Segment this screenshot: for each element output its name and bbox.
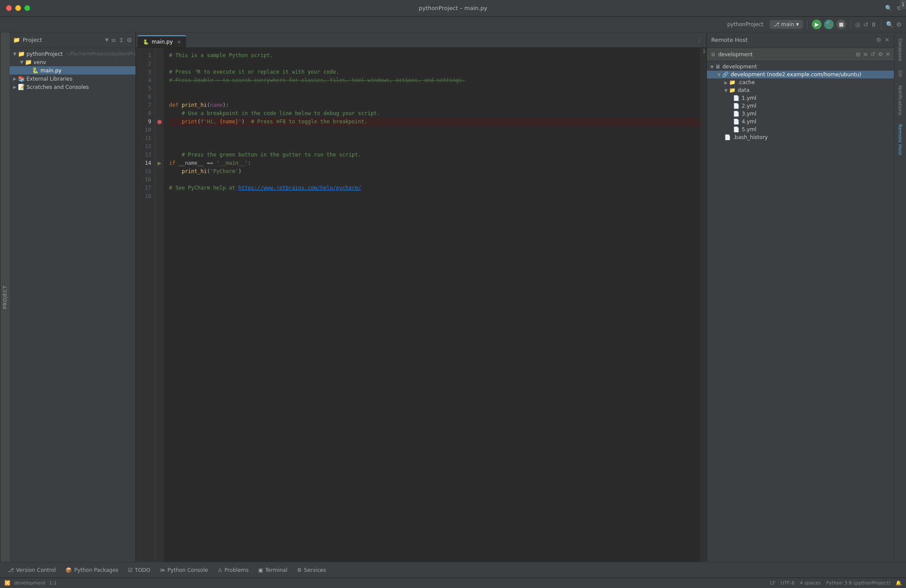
rtree-item-cache[interactable]: ▶ 📁 .cache: [707, 78, 894, 86]
coverage-icon[interactable]: ◎: [855, 21, 860, 28]
expand-icon[interactable]: ⊞: [856, 51, 861, 58]
tree-item-external-libraries[interactable]: ▶ 📚 External Libraries: [10, 75, 136, 83]
run-button[interactable]: ▶: [812, 20, 821, 29]
status-left: 🔀 development 1:1: [4, 580, 60, 586]
find-icon[interactable]: 🔍: [886, 21, 893, 28]
status-branch[interactable]: development: [14, 580, 46, 586]
code-line-2: [169, 60, 700, 68]
gear-icon[interactable]: ⚙: [126, 37, 132, 44]
tree-item-scratches[interactable]: ▶ 📝 Scratches and Consoles: [10, 83, 136, 91]
remote-collapse-icon[interactable]: ✕: [885, 37, 889, 43]
tab-menu-icon[interactable]: ⋮: [696, 37, 702, 43]
gutter-line-9[interactable]: [155, 118, 164, 126]
sidebar-tab-notifications[interactable]: Notifications: [896, 81, 904, 120]
tab-close-icon[interactable]: ✕: [177, 40, 181, 44]
line-num-16: 16: [136, 176, 151, 184]
tree-item-pythonproject[interactable]: ▼ 📁 pythonProject ~/PycharmProjects/pyth…: [10, 50, 136, 58]
btab-services[interactable]: ⚙ Services: [293, 565, 330, 575]
rtree-item-development-connection[interactable]: ▼ 🔗 development (node2.example.com/home/…: [707, 71, 894, 78]
btab-version-control[interactable]: ⎇ Version Control: [3, 565, 60, 575]
tree-item-mainpy[interactable]: ▶ 🐍 main.py: [10, 66, 136, 75]
code-editor[interactable]: # This is a sample Python script. # Pres…: [164, 48, 700, 562]
status-position[interactable]: 1:1: [49, 580, 57, 586]
line-num-10: 10: [136, 126, 151, 134]
btab-todo[interactable]: ☑ TODO: [124, 565, 155, 575]
tree-item-label: venv: [34, 59, 46, 65]
stop-button[interactable]: ■: [836, 20, 846, 29]
jetbrains-help-link[interactable]: https://www.jetbrains.com/help/pycharm/: [238, 184, 361, 192]
code-line-11: [169, 134, 700, 143]
code-line-17: # See PyCharm help at https://www.jetbra…: [169, 184, 700, 192]
btab-problems[interactable]: ⚠ Problems: [213, 565, 253, 575]
scrollbar[interactable]: 1: [700, 48, 706, 562]
sidebar-tab-git[interactable]: Git: [896, 66, 904, 82]
expand-arrow: ▼: [724, 88, 728, 93]
sidebar-tab-database[interactable]: Database: [896, 34, 904, 66]
project-sidebar-label[interactable]: Project: [0, 32, 10, 562]
pause-icon[interactable]: ⏸: [871, 21, 877, 28]
rtree-item-bash-history[interactable]: 📄 .bash_history: [707, 133, 894, 141]
sidebar-tab-remote-host[interactable]: Remote Host: [896, 120, 904, 160]
line-num-13: 13: [136, 151, 151, 159]
gutter-line-8: [155, 109, 164, 118]
console-icon: ≫: [160, 567, 166, 573]
gutter-line-14[interactable]: ▶: [155, 159, 164, 167]
rtree-item-4yml[interactable]: 📄 4.yml: [707, 118, 894, 126]
project-dropdown-icon[interactable]: ▼: [105, 37, 109, 42]
line-num-3: 3: [136, 68, 151, 76]
btab-label: Version Control: [16, 567, 56, 573]
sync-icon[interactable]: ↺: [871, 51, 875, 58]
status-notifications-icon[interactable]: 🔔: [896, 580, 902, 586]
status-indent[interactable]: 4 spaces: [800, 580, 821, 586]
tab-label: main.py: [152, 39, 173, 45]
code-line-18: [169, 192, 700, 201]
rtree-item-3yml[interactable]: 📄 3.yml: [707, 110, 894, 118]
rtree-item-2yml[interactable]: 📄 2.yml: [707, 102, 894, 110]
rtree-item-1yml[interactable]: 📄 1.yml: [707, 94, 894, 102]
sort-icon[interactable]: ↕: [119, 37, 124, 44]
remote-host-panel: Remote Host ⚙ ✕ 🖥 development ⊞ ≡ ↺ ⚙ ✕: [706, 32, 894, 562]
rtree-item-5yml[interactable]: 📄 5.yml: [707, 126, 894, 133]
rt-settings-icon[interactable]: ⚙: [878, 51, 883, 58]
tab-mainpy[interactable]: 🐍 main.py ✕: [138, 35, 186, 48]
settings-toolbar-icon[interactable]: ⚙: [896, 21, 902, 28]
toolbar-right: 🔍 ⚙: [885, 5, 902, 11]
rtree-label: data: [738, 87, 750, 93]
code-line-12: [169, 143, 700, 151]
reload-icon[interactable]: ↺: [863, 21, 869, 28]
git-icon: ⎇: [774, 21, 780, 27]
code-line-13: # Press the green button in the gutter t…: [169, 151, 700, 159]
minimize-button[interactable]: [15, 5, 21, 11]
status-line-endings[interactable]: LF: [770, 580, 775, 586]
line-num-2: 2: [136, 60, 151, 68]
remote-toolbar: 🖥 development ⊞ ≡ ↺ ⚙ ✕: [707, 48, 894, 61]
maximize-button[interactable]: [24, 5, 30, 11]
btab-python-console[interactable]: ≫ Python Console: [156, 565, 213, 575]
btab-terminal[interactable]: ▣ Terminal: [254, 565, 292, 575]
close-icon[interactable]: ✕: [886, 51, 890, 58]
collapse-all-icon[interactable]: ≡: [863, 51, 868, 58]
rtree-item-data[interactable]: ▼ 📁 data: [707, 86, 894, 94]
branch-selector[interactable]: ⎇ main ▼: [770, 20, 803, 29]
code-line-3: # Press ^R to execute it or replace it w…: [169, 68, 700, 76]
line-num-14: 14: [136, 159, 151, 167]
line-num-6: 6: [136, 93, 151, 101]
close-button[interactable]: [6, 5, 12, 11]
tree-item-venv[interactable]: ▼ 📁 venv: [10, 58, 136, 66]
rtree-item-development-root[interactable]: ▼ 🖥 development: [707, 63, 894, 71]
line-num-5: 5: [136, 85, 151, 93]
services-icon: ⚙: [297, 567, 302, 573]
rtree-label: 3.yml: [742, 111, 757, 117]
remote-toolbar-actions: ⊞ ≡ ↺ ⚙ ✕: [856, 51, 890, 58]
status-bar: 🔀 development 1:1 LF UTF-8 4 spaces Pyth…: [0, 578, 906, 588]
build-button[interactable]: 🔨: [824, 20, 834, 29]
btab-label: Problems: [224, 567, 248, 573]
library-icon: 📚: [18, 75, 25, 82]
status-python-version[interactable]: Python 3.8 (pythonProject): [826, 580, 890, 586]
search-icon[interactable]: 🔍: [885, 5, 892, 11]
btab-label: Services: [304, 567, 326, 573]
btab-python-packages[interactable]: 📦 Python Packages: [61, 565, 122, 575]
remote-settings-icon[interactable]: ⚙: [876, 37, 881, 43]
status-encoding[interactable]: UTF-8: [780, 580, 794, 586]
collapse-all-icon[interactable]: ≡: [111, 37, 116, 44]
